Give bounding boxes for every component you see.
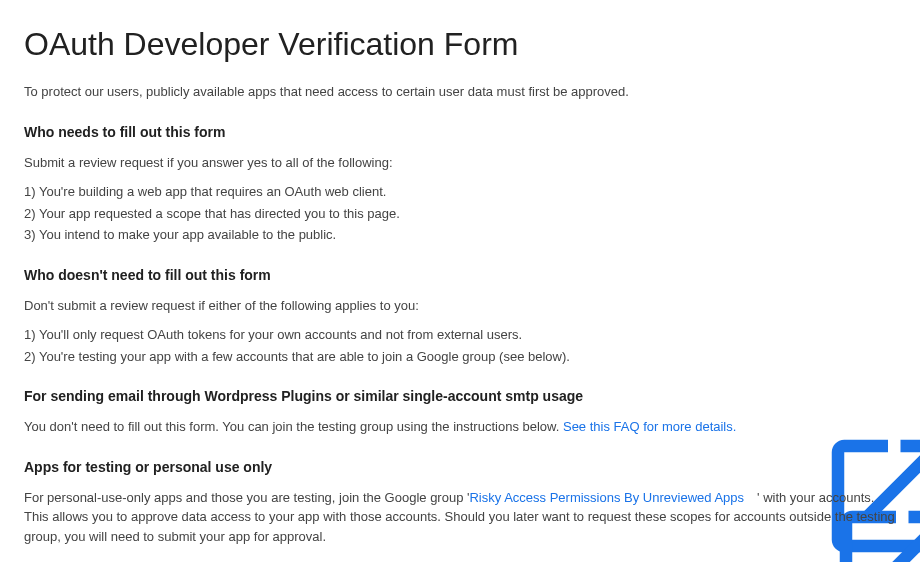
who-doesnt-list: 1) You'll only request OAuth tokens for … — [24, 325, 896, 366]
external-link-icon — [738, 421, 749, 432]
list-item: 2) You're testing your app with a few ac… — [24, 347, 896, 367]
list-item: 2) Your app requested a scope that has d… — [24, 204, 896, 224]
section-heading-who-needs: Who needs to fill out this form — [24, 122, 896, 143]
who-needs-list: 1) You're building a web app that requir… — [24, 182, 896, 245]
testing-paragraph: For personal-use-only apps and those you… — [24, 488, 896, 547]
list-item: 3) You intend to make your app available… — [24, 225, 896, 245]
section-heading-who-doesnt: Who doesn't need to fill out this form — [24, 265, 896, 286]
list-item: 1) You'll only request OAuth tokens for … — [24, 325, 896, 345]
body-text: You don't need to fill out this form. Yo… — [24, 419, 563, 434]
intro-text: To protect our users, publicly available… — [24, 82, 896, 102]
risky-access-link[interactable]: Risky Access Permissions By Unreviewed A… — [469, 490, 757, 505]
external-link-icon — [746, 492, 757, 503]
section-heading-smtp: For sending email through Wordpress Plug… — [24, 386, 896, 407]
section-lead: Don't submit a review request if either … — [24, 296, 896, 316]
faq-link[interactable]: See this FAQ for more details. — [563, 419, 749, 434]
page-title: OAuth Developer Verification Form — [24, 20, 896, 68]
list-item: 1) You're building a web app that requir… — [24, 182, 896, 202]
body-text: For personal-use-only apps and those you… — [24, 490, 469, 505]
smtp-paragraph: You don't need to fill out this form. Yo… — [24, 417, 896, 437]
section-lead: Submit a review request if you answer ye… — [24, 153, 896, 173]
